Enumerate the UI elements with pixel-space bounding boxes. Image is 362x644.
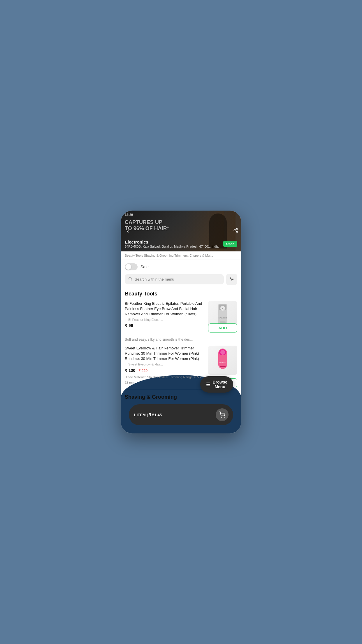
browse-menu-button[interactable]: ☰ Browse Menu (200, 376, 233, 393)
beauty-tools-section-header: Beauty Tools (125, 291, 237, 297)
share-button[interactable] (233, 228, 238, 234)
product-price-row-trimmer: ₹ 130 ₹ 260 (125, 368, 205, 373)
product-info-epilator: Bi-Feather King Electric Epilator, Porta… (125, 301, 208, 330)
product-specs-trimmer: Blade Material: Stainless Steel Trimming… (125, 375, 205, 385)
product-description-text: Soft and easy, silky and smooth is the d… (125, 337, 237, 342)
bottom-cart-bar[interactable]: 1 ITEM | ₹ 51.45 (129, 404, 233, 425)
cart-icon-button[interactable] (216, 408, 229, 421)
svg-text:A: A (222, 308, 224, 310)
sale-row: Sale (121, 260, 241, 274)
svg-text:EPILATOR: EPILATOR (218, 317, 227, 319)
product-category-trimmer: In Sweet Eyebrow & Hair... (125, 363, 205, 366)
store-address: 54RJ+5QG, Kala Saiyad, Gwalior, Madhya P… (125, 244, 237, 249)
toggle-knob (125, 264, 131, 270)
svg-rect-22 (220, 366, 226, 367)
svg-point-11 (232, 279, 233, 280)
add-button-epilator[interactable]: ADD (208, 323, 237, 332)
svg-point-10 (230, 278, 231, 279)
product-card-epilator: Bi-Feather King Electric Epilator, Porta… (125, 301, 237, 335)
svg-point-24 (224, 417, 224, 418)
status-bar-time: 12:29 (125, 213, 133, 216)
svg-line-3 (235, 230, 236, 231)
product-price-trimmer: ₹ 130 (125, 368, 135, 373)
open-status-badge: Open (223, 241, 237, 247)
product-name-epilator: Bi-Feather King Electric Epilator, Porta… (125, 301, 205, 317)
browse-menu-label: Browse Menu (212, 380, 227, 389)
browse-menu-icon: ☰ (206, 382, 210, 387)
sale-toggle[interactable] (125, 263, 138, 270)
product-info-trimmer: Sweet Eyebrow & Hair Remover Trimmer Run… (125, 346, 208, 385)
categories-strip[interactable]: Beauty Tools Shaving & Grooming Trimmers… (121, 251, 241, 260)
product-category-epilator: In Bi-Feather King Electri... (125, 318, 205, 321)
sale-label: Sale (140, 265, 149, 269)
product-name-trimmer: Sweet Eyebrow & Hair Remover Trimmer Run… (125, 346, 205, 362)
product-price-epilator: ₹ 99 (125, 323, 205, 328)
search-input-wrap (125, 274, 224, 284)
search-input[interactable] (135, 277, 220, 281)
product-price-original-trimmer: ₹ 260 (138, 369, 147, 373)
svg-point-2 (236, 231, 238, 232)
svg-line-6 (131, 280, 132, 281)
hero-tagline-2: TO 96% OF HAIR* (125, 225, 169, 232)
cart-info-text: 1 ITEM | ₹ 51.45 (133, 413, 162, 417)
svg-point-5 (129, 277, 131, 280)
svg-point-1 (234, 230, 235, 231)
product-image-wrap-epilator: EPILATOR A ADD (208, 301, 237, 330)
hero-banner: 12:29 ‹ CAPTURES UP TO 96% OF HAIR* Elec… (121, 211, 241, 251)
search-icon (128, 277, 132, 282)
store-name: Electronics (125, 239, 237, 244)
search-row (121, 274, 241, 288)
svg-point-0 (236, 228, 238, 230)
svg-text:TRIMMER: TRIMMER (219, 362, 226, 363)
filter-button[interactable] (226, 274, 237, 285)
shaving-grooming-section-header: Shaving & Grooming (125, 394, 237, 400)
svg-point-20 (220, 350, 225, 355)
svg-line-4 (235, 229, 236, 230)
product-image-trimmer: TRIMMER (208, 346, 237, 375)
hero-tagline-1: CAPTURES UP (125, 219, 169, 226)
svg-point-23 (221, 417, 222, 418)
